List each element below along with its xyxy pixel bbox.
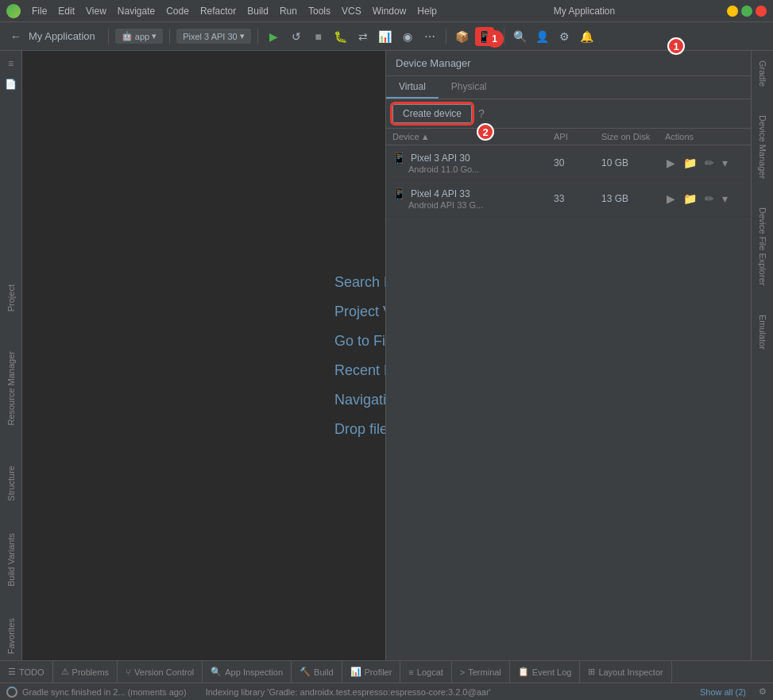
status-tab-profiler[interactable]: 📊 Profiler bbox=[342, 661, 401, 683]
status-tab-app-inspection[interactable]: 🔍 App Inspection bbox=[203, 661, 292, 683]
maximize-button[interactable] bbox=[741, 6, 752, 17]
sidebar-tab-structure[interactable]: Structure bbox=[3, 459, 19, 508]
settings-button[interactable]: ⚙ bbox=[555, 27, 574, 46]
window-controls bbox=[727, 6, 767, 17]
folder-btn-1[interactable]: 📁 bbox=[682, 155, 698, 171]
separator bbox=[108, 29, 109, 44]
tab-virtual[interactable]: Virtual bbox=[386, 76, 439, 99]
right-sidebar: Gradle Device Manager Device File Explor… bbox=[751, 51, 773, 660]
title-bar: File Edit View Navigate Code Refactor Bu… bbox=[0, 0, 773, 22]
device-subtitle-2: Android API 33 G... bbox=[408, 200, 554, 210]
close-button[interactable] bbox=[756, 6, 767, 17]
right-tab-device-file-explorer[interactable]: Device File Explorer bbox=[755, 201, 771, 292]
device-table-header: Device ▲ API Size on Disk Actions bbox=[386, 129, 751, 145]
size-cell-1: 10 GB bbox=[601, 157, 665, 168]
right-tab-emulator[interactable]: Emulator bbox=[755, 308, 771, 356]
menu-refactor[interactable]: Refactor bbox=[195, 4, 241, 18]
menu-vcs[interactable]: VCS bbox=[337, 4, 366, 18]
debug-button[interactable]: 🐛 bbox=[331, 27, 350, 46]
folder-btn-2[interactable]: 📁 bbox=[682, 191, 698, 207]
run-device-btn-1[interactable]: ▶ bbox=[665, 155, 677, 171]
stop-button[interactable]: ■ bbox=[309, 27, 328, 46]
menu-view[interactable]: View bbox=[81, 4, 111, 18]
todo-icon: ☰ bbox=[8, 667, 16, 677]
menu-build[interactable]: Build bbox=[242, 4, 273, 18]
logcat-icon: ≡ bbox=[408, 667, 413, 677]
panel-title: Device Manager bbox=[386, 51, 751, 76]
sdk-manager-button[interactable]: 📦 bbox=[453, 27, 472, 46]
menu-code[interactable]: Code bbox=[161, 4, 194, 18]
sidebar-icon-top[interactable]: ≡ bbox=[3, 56, 19, 72]
sidebar-tab-resource-manager[interactable]: Resource Manager bbox=[3, 345, 19, 432]
minimize-button[interactable] bbox=[727, 6, 738, 17]
terminal-label: Terminal bbox=[468, 667, 501, 677]
status-tab-layout-inspector[interactable]: ⊞ Layout Inspector bbox=[580, 661, 671, 683]
notifications-button[interactable]: 🔔 bbox=[578, 27, 597, 46]
sidebar-tab-project[interactable]: Project bbox=[3, 278, 19, 318]
status-tab-logcat[interactable]: ≡ Logcat bbox=[400, 661, 451, 683]
problems-label: Problems bbox=[72, 667, 109, 677]
status-tab-build[interactable]: 🔨 Build bbox=[292, 661, 342, 683]
menu-edit[interactable]: Edit bbox=[53, 4, 79, 18]
menu-window[interactable]: Window bbox=[368, 4, 412, 18]
device-select-button[interactable]: Pixel 3 API 30 ▾ bbox=[176, 29, 251, 44]
run-device-btn-2[interactable]: ▶ bbox=[665, 191, 677, 207]
attach-button[interactable]: ⇄ bbox=[354, 27, 373, 46]
inspection-icon: 🔍 bbox=[211, 667, 222, 677]
status-tab-todo[interactable]: ☰ TODO bbox=[0, 661, 53, 683]
sidebar-icon-file[interactable]: 📄 bbox=[3, 76, 19, 92]
menu-run[interactable]: Run bbox=[275, 4, 302, 18]
layout-inspector-icon: ⊞ bbox=[588, 667, 595, 677]
menu-navigate[interactable]: Navigate bbox=[113, 4, 160, 18]
sidebar-tab-build-variants[interactable]: Build Variants bbox=[3, 527, 19, 593]
show-all-link[interactable]: Show all (2) bbox=[700, 687, 746, 697]
menu-bar: File Edit View Navigate Code Refactor Bu… bbox=[27, 4, 442, 18]
separator3 bbox=[257, 29, 258, 44]
run-button[interactable]: ▶ bbox=[265, 27, 284, 46]
status-tab-event-log[interactable]: 📋 Event Log bbox=[510, 661, 581, 683]
build-label: Build bbox=[314, 667, 333, 677]
run-config-button[interactable]: 🤖 app ▾ bbox=[115, 29, 163, 44]
coverage-button[interactable]: ◉ bbox=[398, 27, 417, 46]
main-layout: ≡ 📄 Project Resource Manager Structure B… bbox=[0, 51, 773, 660]
right-tab-device-manager[interactable]: Device Manager bbox=[755, 109, 771, 185]
annotation-badge-1: 1 bbox=[486, 30, 504, 48]
status-tab-problems[interactable]: ⚠ Problems bbox=[53, 661, 118, 683]
panel-toolbar: Create device ? bbox=[386, 99, 751, 129]
more-device-btn-2[interactable]: ▾ bbox=[721, 191, 729, 207]
rerun-button[interactable]: ↺ bbox=[287, 27, 306, 46]
menu-file[interactable]: File bbox=[27, 4, 52, 18]
back-button[interactable]: ← bbox=[6, 27, 25, 46]
separator4 bbox=[446, 29, 446, 44]
android-icon: 🤖 bbox=[122, 31, 133, 41]
status-tab-version-control[interactable]: ⑂ Version Control bbox=[118, 661, 203, 683]
tab-physical[interactable]: Physical bbox=[439, 76, 500, 99]
menu-help[interactable]: Help bbox=[412, 4, 442, 18]
profile-button[interactable]: 📊 bbox=[376, 27, 395, 46]
device-cell-2: 📱 Pixel 4 API 33 Android API 33 G... bbox=[392, 188, 554, 210]
menu-tools[interactable]: Tools bbox=[303, 4, 335, 18]
right-tab-gradle[interactable]: Gradle bbox=[755, 54, 771, 93]
device-name-1: 📱 Pixel 3 API 30 bbox=[392, 152, 554, 164]
more-device-btn-1[interactable]: ▾ bbox=[721, 155, 729, 171]
device-cell-1: 📱 Pixel 3 API 30 Android 11.0 Go... bbox=[392, 152, 554, 174]
status-tab-terminal[interactable]: > Terminal bbox=[452, 661, 510, 683]
api-cell-1: 30 bbox=[554, 157, 601, 168]
sidebar-tab-favorites[interactable]: Favorites bbox=[3, 612, 19, 660]
table-row[interactable]: 📱 Pixel 4 API 33 Android API 33 G... 33 … bbox=[386, 181, 751, 217]
help-icon[interactable]: ? bbox=[478, 107, 485, 120]
todo-label: TODO bbox=[19, 667, 44, 677]
create-device-button[interactable]: Create device bbox=[392, 104, 472, 123]
device-chevron-icon: ▾ bbox=[240, 31, 245, 41]
run-config-label: app bbox=[135, 32, 149, 41]
settings-icon-bottom[interactable]: ⚙ bbox=[759, 686, 767, 697]
edit-btn-1[interactable]: ✏ bbox=[703, 155, 716, 171]
account-button[interactable]: 👤 bbox=[533, 27, 552, 46]
vcs-label: Version Control bbox=[134, 667, 194, 677]
device-icon-1: 📱 bbox=[392, 152, 406, 164]
search-everywhere-button[interactable]: 🔍 bbox=[511, 27, 530, 46]
table-row[interactable]: 📱 Pixel 3 API 30 Android 11.0 Go... 30 1… bbox=[386, 145, 751, 181]
edit-btn-2[interactable]: ✏ bbox=[703, 191, 716, 207]
more-button[interactable]: ⋯ bbox=[420, 27, 439, 46]
device-table: 📱 Pixel 3 API 30 Android 11.0 Go... 30 1… bbox=[386, 145, 751, 660]
